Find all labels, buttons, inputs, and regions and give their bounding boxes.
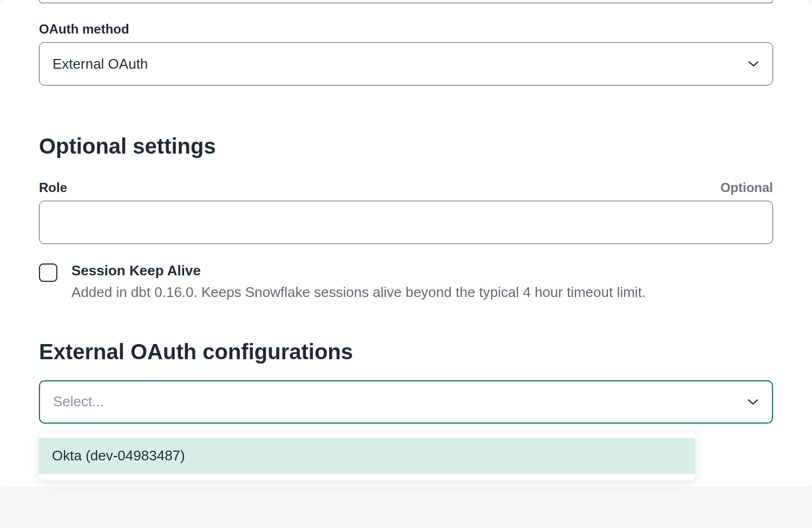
oauth-method-value: External OAuth (53, 56, 148, 72)
external-oauth-select-wrapper: Select... Okta (dev-04983487) (39, 380, 773, 424)
role-field-group: Role Optional (39, 180, 773, 244)
session-keep-alive-checkbox[interactable] (39, 263, 57, 282)
external-oauth-placeholder: Select... (53, 393, 104, 410)
external-oauth-dropdown: Okta (dev-04983487) (39, 431, 695, 480)
role-label: Role (39, 180, 67, 195)
chevron-down-icon (747, 396, 759, 408)
optional-settings-heading: Optional settings (39, 134, 773, 159)
session-keep-alive-label: Session Keep Alive (71, 262, 646, 279)
session-keep-alive-description: Added in dbt 0.16.0. Keeps Snowflake ses… (71, 283, 646, 302)
role-optional-tag: Optional (721, 180, 773, 195)
external-oauth-heading: External OAuth configurations (39, 340, 773, 364)
external-oauth-select[interactable]: Select... (39, 380, 773, 424)
external-oauth-option-okta[interactable]: Okta (dev-04983487) (39, 438, 695, 474)
session-keep-alive-content: Session Keep Alive Added in dbt 0.16.0. … (71, 262, 646, 302)
oauth-method-field-group: OAuth method External OAuth (39, 3, 773, 85)
session-keep-alive-row: Session Keep Alive Added in dbt 0.16.0. … (39, 262, 773, 302)
chevron-down-icon (748, 58, 759, 70)
role-input[interactable] (39, 201, 773, 244)
oauth-method-select[interactable]: External OAuth (39, 42, 773, 85)
oauth-method-label: OAuth method (39, 22, 773, 37)
role-label-row: Role Optional (39, 180, 773, 195)
settings-form-panel: OAuth method External OAuth Optional set… (0, 0, 812, 487)
